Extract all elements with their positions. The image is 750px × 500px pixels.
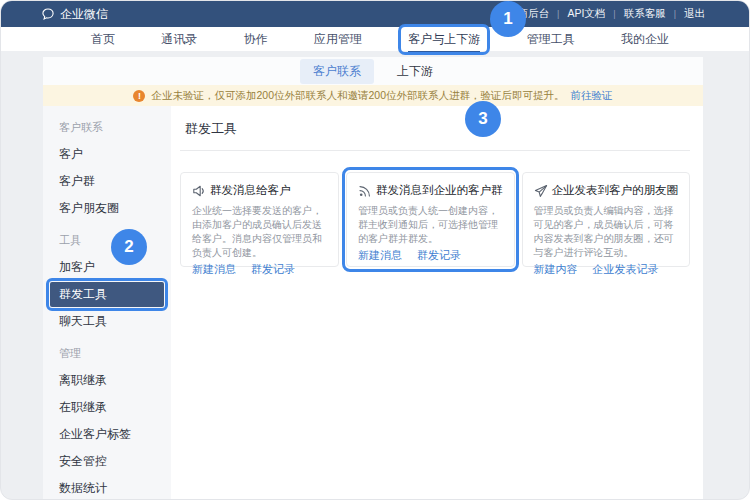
tab-customer-contact[interactable]: 客户联系 [300, 59, 374, 84]
sidebar-header-management: 管理 [43, 340, 171, 367]
megaphone-icon [192, 184, 206, 198]
sidebar-group-customer-contact: 客户联系 客户 客户群 客户朋友圈 [43, 114, 171, 222]
card-title: 企业发表到客户的朋友圈 [552, 183, 679, 198]
wechat-work-logo-icon [41, 7, 55, 21]
nav-item-app-management[interactable]: 应用管理 [314, 29, 362, 50]
card-actions: 新建消息 群发记录 [358, 248, 503, 263]
separator: | [674, 9, 676, 19]
card-description: 企业统一选择要发送的客户，由添加客户的成员确认后发送给客户。消息内容仅管理员和负… [192, 204, 327, 260]
nav-item-my-company[interactable]: 我的企业 [621, 29, 669, 50]
topbar: 企业微信 服务商后台 | API文档 | 联系客服 | 退出 [1, 1, 749, 27]
sidebar-item-customer-tags[interactable]: 企业客户标签 [43, 421, 171, 448]
nav-item-home[interactable]: 首页 [91, 29, 115, 50]
topbar-link-logout[interactable]: 退出 [684, 7, 705, 21]
card-title: 群发消息给客户 [210, 183, 291, 198]
main-panel: 群发工具 群发消息给客户 [171, 106, 703, 500]
sidebar-item-chat-tools[interactable]: 聊天工具 [43, 308, 171, 335]
nav-item-management-tools[interactable]: 管理工具 [527, 29, 575, 50]
nav-item-label: 客户与上下游 [408, 32, 480, 46]
title-divider [180, 150, 690, 151]
sidebar-item-customer-moments[interactable]: 客户朋友圈 [43, 195, 171, 222]
card-bulk-message-to-customers: 群发消息给客户 企业统一选择要发送的客户，由添加客户的成员确认后发送给客户。消息… [180, 172, 339, 267]
app-window: 企业微信 服务商后台 | API文档 | 联系客服 | 退出 首页 通讯录 协作… [0, 0, 750, 500]
sidebar-item-bulk-message-tools[interactable]: 群发工具 [50, 282, 164, 307]
page-title: 群发工具 [180, 116, 690, 150]
sidebar-item-data-statistics[interactable]: 数据统计 [43, 475, 171, 500]
page-body: 客户联系 上下游 ! 企业未验证，仅可添加200位外部联系人和邀请200位外部联… [1, 51, 749, 500]
nav-item-customers-upstream-downstream[interactable]: 客户与上下游 [408, 29, 480, 50]
annotation-badge-1: 1 [490, 1, 526, 37]
tool-cards: 群发消息给客户 企业统一选择要发送的客户，由添加客户的成员确认后发送给客户。消息… [180, 172, 690, 267]
sidebar-item-customers[interactable]: 客户 [43, 141, 171, 168]
app-title: 企业微信 [60, 6, 108, 23]
tab-upstream-downstream[interactable]: 上下游 [384, 59, 446, 84]
topbar-link-api-docs[interactable]: API文档 [567, 7, 605, 21]
card-bulk-message-to-customer-groups: 群发消息到企业的客户群 管理员或负责人统一创建内容，群主收到通知后，可选择他管理… [346, 172, 515, 267]
new-message-link[interactable]: 新建消息 [192, 262, 236, 277]
separator: | [613, 9, 615, 19]
sidebar-item-active-handover[interactable]: 在职继承 [43, 394, 171, 421]
card-description: 管理员或负责人编辑内容，选择可见的客户，成员确认后，可将内容发表到客户的朋友圈，… [534, 204, 679, 260]
sidebar-item-add-customer[interactable]: 加客户 [43, 254, 171, 281]
card-title-row: 群发消息到企业的客户群 [358, 183, 503, 198]
sidebar-group-tools: 工具 加客户 群发工具 聊天工具 [43, 227, 171, 335]
bulk-record-link[interactable]: 群发记录 [251, 262, 295, 277]
sidebar-item-customer-groups[interactable]: 客户群 [43, 168, 171, 195]
brand: 企业微信 [41, 6, 108, 23]
card-actions: 新建内容 企业发表记录 [534, 262, 679, 277]
sidebar-item-label: 群发工具 [59, 287, 107, 301]
bulk-record-link[interactable]: 群发记录 [417, 248, 461, 263]
sidebar-item-resigned-handover[interactable]: 离职继承 [43, 367, 171, 394]
sidebar-header-tools: 工具 [43, 227, 171, 254]
annotation-badge-3: 3 [465, 101, 501, 137]
nav-item-contacts[interactable]: 通讯录 [161, 29, 197, 50]
card-description: 管理员或负责人统一创建内容，群主收到通知后，可选择他管理的客户群并群发。 [358, 204, 503, 246]
subtabs-bar: 客户联系 上下游 [43, 57, 703, 85]
card-title: 群发消息到企业的客户群 [376, 183, 503, 198]
sidebar-group-management: 管理 离职继承 在职继承 企业客户标签 安全管控 数据统计 [43, 340, 171, 500]
nav-item-collaboration[interactable]: 协作 [244, 29, 268, 50]
topbar-links: 服务商后台 | API文档 | 联系客服 | 退出 [497, 7, 705, 21]
paper-plane-icon [534, 184, 548, 198]
topbar-link-contact-support[interactable]: 联系客服 [624, 7, 666, 21]
warning-icon: ! [133, 90, 145, 102]
go-verify-link[interactable]: 前往验证 [571, 89, 613, 103]
verification-banner: ! 企业未验证，仅可添加200位外部联系人和邀请200位外部联系人进群，验证后即… [43, 85, 703, 106]
card-publish-to-customer-moments: 企业发表到客户的朋友圈 管理员或负责人编辑内容，选择可见的客户，成员确认后，可将… [522, 172, 691, 267]
broadcast-icon [358, 184, 372, 198]
content-area: 客户联系 客户 客户群 客户朋友圈 工具 加客户 群发工具 聊天工具 管理 [43, 106, 703, 500]
main-nav: 首页 通讯录 协作 应用管理 客户与上下游 管理工具 我的企业 [1, 27, 749, 51]
card-title-row: 群发消息给客户 [192, 183, 327, 198]
sidebar: 客户联系 客户 客户群 客户朋友圈 工具 加客户 群发工具 聊天工具 管理 [43, 106, 171, 500]
card-actions: 新建消息 群发记录 [192, 262, 327, 277]
separator: | [557, 9, 559, 19]
new-message-link[interactable]: 新建消息 [358, 248, 402, 263]
sidebar-header-customer-contact: 客户联系 [43, 114, 171, 141]
company-publish-record-link[interactable]: 企业发表记录 [593, 262, 659, 277]
annotation-badge-2: 2 [111, 229, 147, 265]
banner-text: 企业未验证，仅可添加200位外部联系人和邀请200位外部联系人进群，验证后即可提… [151, 89, 564, 103]
sidebar-item-security-control[interactable]: 安全管控 [43, 448, 171, 475]
new-content-link[interactable]: 新建内容 [534, 262, 578, 277]
card-title-row: 企业发表到客户的朋友圈 [534, 183, 679, 198]
